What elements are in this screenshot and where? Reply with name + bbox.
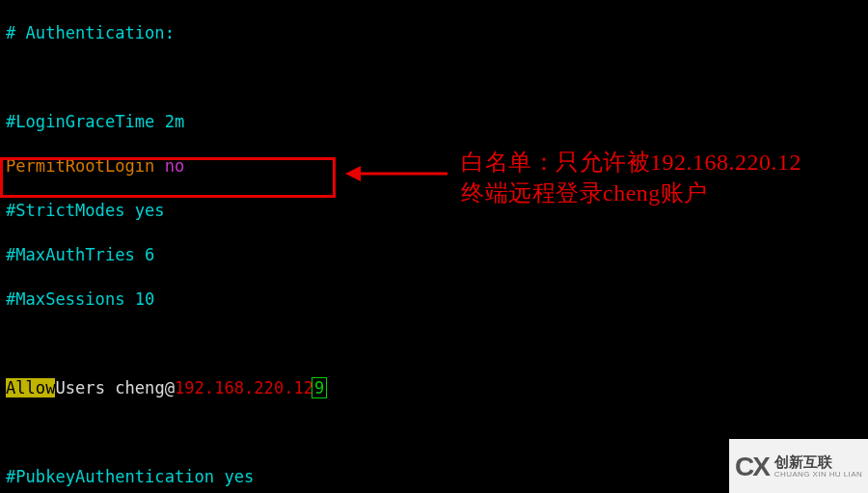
config-line: #LoginGraceTime 2m bbox=[6, 111, 862, 133]
callout-text: 白名单：只允许被192.168.220.12 终端远程登录cheng账户 bbox=[461, 147, 801, 208]
config-line: #MaxAuthTries 6 bbox=[6, 244, 862, 266]
watermark-py: CHUANG XIN HU LIAN bbox=[774, 471, 862, 479]
watermark-badge: CX 创新互联 CHUANG XIN HU LIAN bbox=[729, 439, 868, 493]
allowusers-line: AllowUsers cheng@192.168.220.129 bbox=[6, 377, 862, 399]
config-line: # Authentication: bbox=[6, 22, 862, 44]
blank-line bbox=[6, 333, 862, 355]
watermark-logo: CX bbox=[735, 455, 769, 478]
terminal-editor[interactable]: # Authentication: #LoginGraceTime 2m Per… bbox=[0, 0, 868, 493]
config-line: #MaxSessions 10 bbox=[6, 288, 862, 311]
watermark-cn: 创新互联 bbox=[774, 454, 862, 469]
blank-line bbox=[6, 67, 862, 89]
cursor: 9 bbox=[312, 377, 327, 398]
